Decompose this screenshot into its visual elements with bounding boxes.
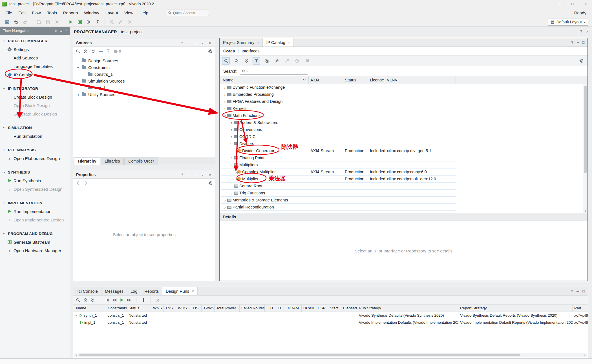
step-back-button[interactable]: [112, 298, 117, 302]
ip-row-dynamic-function-exchange[interactable]: ›Dynamic Function eXchange: [221, 84, 456, 91]
nav-section-program-and-debug[interactable]: ›PROGRAM AND DEBUG: [0, 229, 70, 238]
expand-icon[interactable]: ›: [229, 128, 234, 132]
nav-item-ip-catalog[interactable]: IP Catalog: [0, 70, 70, 79]
expand-icon[interactable]: ›: [229, 191, 234, 195]
paste-button[interactable]: [44, 18, 52, 26]
add-sources-button[interactable]: [99, 49, 103, 54]
nav-item-run-synthesis[interactable]: Run Synthesis: [0, 176, 70, 185]
expand-all-button[interactable]: [242, 57, 250, 65]
nav-item-language-templates[interactable]: Language Templates: [0, 62, 70, 70]
collapse-all-button[interactable]: [83, 49, 88, 54]
menu-help[interactable]: Help: [136, 10, 151, 15]
nav-item-open-hardware-manager[interactable]: ›Open Hardware Manager: [0, 246, 70, 255]
source-item-simulation-sources[interactable]: ›Simulation Sources: [73, 77, 215, 84]
nav-item-run-implementation[interactable]: Run Implementation: [0, 207, 70, 216]
menu-file[interactable]: File: [2, 10, 15, 15]
column-header-ths[interactable]: THS: [189, 305, 202, 312]
ip-row-adders-subtracters[interactable]: ›Adders & Subtracters: [221, 119, 456, 126]
cancel-button[interactable]: [125, 18, 134, 26]
filter-button[interactable]: [253, 57, 260, 65]
scroll-right-icon[interactable]: ›: [582, 353, 587, 357]
menu-tools[interactable]: Tools: [44, 10, 60, 15]
sources-tab-compile-order[interactable]: Compile Order: [124, 157, 158, 165]
help-icon[interactable]: ?: [580, 29, 582, 34]
target-button[interactable]: [293, 57, 301, 65]
collapse-icon[interactable]: ›: [223, 113, 227, 118]
expand-icon[interactable]: ›: [223, 99, 227, 104]
back-button[interactable]: [76, 181, 80, 185]
forward-button[interactable]: [83, 181, 88, 185]
window-maximize-button[interactable]: □: [566, 0, 579, 8]
run-row-synth-1[interactable]: ›synth_1constrs_1Not startedVivado Synth…: [74, 312, 588, 319]
ip-row-floating-point[interactable]: ›Floating Point: [221, 154, 456, 161]
nav-section-implementation[interactable]: ›IMPLEMENTATION: [0, 199, 70, 207]
column-header-license[interactable]: License: [368, 76, 385, 84]
column-header-wns[interactable]: WNS: [151, 305, 164, 312]
help-icon[interactable]: ?: [180, 41, 184, 45]
scroll-left-icon[interactable]: ‹: [74, 353, 79, 357]
source-item-utility-sources[interactable]: ›Utility Sources: [73, 91, 215, 98]
source-item-design-sources[interactable]: ›Design Sources: [73, 57, 215, 64]
ip-row-cordic[interactable]: ›CORDIC: [221, 133, 456, 140]
redo-button[interactable]: [21, 18, 29, 26]
tab-tcl-console[interactable]: Tcl Console: [73, 287, 101, 295]
menu-view[interactable]: View: [121, 10, 136, 15]
settings-gear-button[interactable]: [85, 18, 93, 26]
settings-gear-button[interactable]: [577, 57, 585, 65]
ip-row-kernels[interactable]: ›Kernels: [221, 105, 456, 112]
subtab-interfaces[interactable]: Interfaces: [242, 49, 260, 53]
column-header-ff[interactable]: FF: [276, 305, 286, 312]
sources-tab-libraries[interactable]: Libraries: [101, 157, 124, 165]
help-icon[interactable]: ?: [65, 29, 67, 33]
column-header-uram[interactable]: URAM: [302, 305, 316, 312]
menu-flow[interactable]: Flow: [29, 10, 44, 15]
collapse-icon[interactable]: ›: [76, 65, 81, 70]
ip-row-multipliers[interactable]: ›Multipliers: [221, 161, 456, 168]
search-button[interactable]: [76, 49, 80, 54]
scroll-down-icon[interactable]: ▾: [583, 209, 587, 213]
expand-icon[interactable]: ›: [223, 205, 227, 209]
step-forward-button[interactable]: [127, 298, 131, 302]
expand-icon[interactable]: ›: [229, 184, 234, 188]
column-header-part[interactable]: Part: [573, 305, 588, 312]
cut-button[interactable]: [107, 18, 116, 26]
column-header-status[interactable]: Status: [127, 305, 151, 312]
nav-item-open-implemented-design[interactable]: ›Open Implemented Design: [0, 216, 70, 224]
nav-item-add-sources[interactable]: Add Sources: [0, 54, 70, 62]
source-item-constrs-1[interactable]: ›constrs_1: [73, 71, 215, 77]
collapse-icon[interactable]: ›: [230, 141, 234, 146]
nav-item-open-elaborated-design[interactable]: ›Open Elaborated Design: [0, 154, 70, 163]
minimize-icon[interactable]: ─: [576, 289, 579, 293]
ip-row-fpga-features-and-design[interactable]: ›FPGA Features and Design: [221, 98, 456, 105]
delete-button[interactable]: [53, 18, 61, 26]
nav-item-settings[interactable]: Settings: [0, 45, 70, 54]
expand-icon[interactable]: ›: [223, 106, 227, 111]
column-header-name[interactable]: Name∧1: [221, 76, 309, 84]
column-header-axi4[interactable]: AXI4: [309, 76, 343, 84]
run-button[interactable]: [67, 18, 75, 26]
ip-row-embedded-processing[interactable]: ›Embedded Processing: [221, 91, 456, 98]
maximize-icon[interactable]: □: [194, 173, 198, 177]
add-repository-button[interactable]: [263, 57, 270, 65]
column-header-status[interactable]: Status: [343, 76, 368, 84]
column-header-dsp[interactable]: DSP: [316, 305, 328, 312]
nav-section-simulation[interactable]: ›SIMULATION: [0, 123, 70, 132]
expand-icon[interactable]: ›: [223, 85, 227, 90]
ip-row-complex-multiplier[interactable]: Complex MultiplierAXI4-StreamProductionI…: [221, 168, 456, 176]
tab-reports[interactable]: Reports: [141, 287, 162, 295]
scrollbar-thumb[interactable]: [584, 86, 587, 173]
menu-window[interactable]: Window: [81, 10, 102, 15]
ip-row-memories-storage-elements[interactable]: ›Memories & Storage Elements: [221, 197, 456, 204]
column-header-bram[interactable]: BRAM: [286, 305, 302, 312]
expand-icon[interactable]: ›: [229, 121, 234, 125]
column-header-report-strategy[interactable]: Report Strategy: [458, 305, 573, 312]
nav-item-open-block-design[interactable]: Open Block Design: [0, 101, 70, 110]
expand-icon[interactable]: ›: [76, 92, 81, 97]
nav-section-ip-integrator[interactable]: ›IP INTEGRATOR: [0, 84, 70, 93]
link-button[interactable]: [283, 57, 291, 65]
copy-button[interactable]: [35, 18, 43, 26]
close-icon[interactable]: ×: [257, 40, 259, 45]
ip-row-divider-generator[interactable]: Divider GeneratorAXI4-StreamProductionIn…: [221, 147, 456, 154]
ip-row-dividers[interactable]: ›Dividers: [221, 140, 456, 147]
vertical-scrollbar[interactable]: ▾: [583, 84, 587, 213]
